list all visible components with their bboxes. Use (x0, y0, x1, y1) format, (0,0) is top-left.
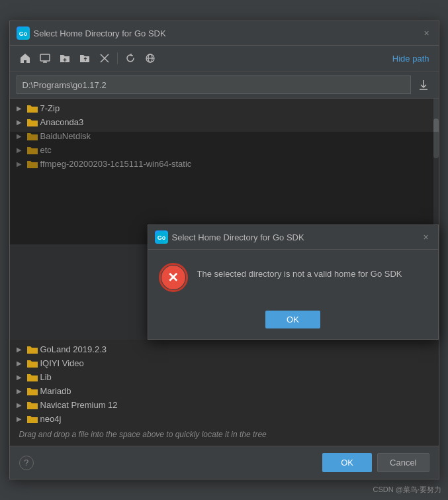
tree-arrow-neo4j: ▶ (17, 415, 24, 423)
path-bar (10, 72, 439, 99)
delete-button[interactable] (96, 50, 113, 67)
help-button[interactable]: ? (19, 456, 34, 470)
tree-item-navicat[interactable]: ▶ Navicat Premium 12 (10, 398, 439, 412)
folder-icon-navicat (27, 401, 38, 410)
tree-arrow-iqiyi: ▶ (17, 360, 24, 367)
tree-item-anaconda3[interactable]: ▶ Anaconda3 (10, 115, 439, 129)
refresh-button[interactable] (122, 50, 139, 67)
folder-icon-7zip (27, 104, 38, 113)
toolbar: Hide path (10, 46, 439, 72)
tree-item-mariadb[interactable]: ▶ Mariadb (10, 384, 439, 398)
tree-arrow-mariadb: ▶ (17, 387, 24, 395)
svg-text:Go: Go (19, 30, 27, 37)
error-dialog-title-left: Go Select Home Directory for Go SDK (155, 230, 304, 244)
hide-path-button[interactable]: Hide path (390, 52, 432, 65)
tree-item-iqiyi[interactable]: ▶ IQIYI Video (10, 356, 439, 370)
error-dialog: Go Select Home Directory for Go SDK × ✕ … (148, 225, 439, 340)
tree-item-goland[interactable]: ▶ GoLand 2019.2.3 (10, 342, 439, 356)
folder-icon-iqiyi (27, 359, 38, 368)
error-dialog-titlebar: Go Select Home Directory for Go SDK × (148, 225, 438, 250)
title-bar: Go Select Home Directory for Go SDK × (10, 21, 439, 46)
desktop-button[interactable] (36, 50, 54, 67)
file-tree-bottom: ▶ GoLand 2019.2.3 ▶ IQIYI Video ▶ Lib ▶ … (10, 340, 439, 446)
folder-icon-lib (27, 373, 38, 382)
watermark: CSDN @菜鸟·要努力 (373, 485, 441, 495)
svg-rect-2 (40, 54, 50, 61)
tree-label-mariadb: Mariadb (40, 386, 71, 396)
title-bar-left: Go Select Home Directory for Go SDK (17, 26, 166, 40)
network-button[interactable] (142, 50, 159, 67)
tree-item-lib[interactable]: ▶ Lib (10, 370, 439, 384)
modal-container: Go Select Home Directory for Go SDK × ✕ … (10, 244, 439, 340)
tree-label-7zip: 7-Zip (40, 103, 60, 113)
footer-buttons: OK Cancel (322, 453, 429, 472)
tree-label-lib: Lib (40, 372, 52, 382)
tree-label-anaconda3: Anaconda3 (40, 117, 84, 127)
error-dialog-close-button[interactable]: × (421, 232, 431, 242)
path-download-button[interactable] (415, 76, 432, 93)
drag-hint: Drag and drop a file into the space abov… (10, 426, 439, 443)
main-dialog: Go Select Home Directory for Go SDK × (9, 21, 439, 479)
tree-item-7zip[interactable]: ▶ 7-Zip (10, 101, 439, 115)
folder-icon-goland (27, 345, 38, 354)
tree-label-navicat: Navicat Premium 12 (40, 400, 118, 410)
error-icon-ring: ✕ (159, 263, 188, 292)
home-button[interactable] (17, 50, 34, 67)
ok-button[interactable]: OK (322, 453, 372, 472)
path-input[interactable] (17, 75, 411, 94)
tree-label-iqiyi: IQIYI Video (40, 358, 84, 368)
tree-arrow-anaconda3: ▶ (17, 119, 24, 126)
folder-icon-mariadb (27, 387, 38, 396)
app-icon: Go (17, 26, 30, 40)
main-footer: ? OK Cancel (10, 446, 439, 479)
tree-label-neo4j: neo4j (40, 414, 62, 424)
tree-arrow-7zip: ▶ (17, 105, 24, 112)
error-dialog-ok-button[interactable]: OK (265, 311, 320, 328)
error-dialog-title: Select Home Directory for Go SDK (172, 232, 304, 242)
tree-arrow-lib: ▶ (17, 374, 24, 381)
tree-item-neo4j[interactable]: ▶ neo4j (10, 412, 439, 426)
cancel-button[interactable]: Cancel (377, 453, 429, 472)
error-icon: ✕ (161, 266, 185, 289)
tree-label-goland: GoLand 2019.2.3 (40, 344, 107, 354)
error-dialog-app-icon: Go (155, 230, 168, 244)
main-close-button[interactable]: × (422, 28, 432, 38)
toolbar-separator (117, 52, 118, 64)
error-message: The selected directory is not a valid ho… (197, 263, 427, 280)
folder-icon-anaconda3 (27, 118, 38, 127)
error-dialog-footer: OK (148, 305, 438, 339)
tree-arrow-goland: ▶ (17, 346, 24, 353)
tree-arrow-navicat: ▶ (17, 401, 24, 409)
error-dialog-body: ✕ The selected directory is not a valid … (148, 250, 438, 305)
folder-icon-neo4j (27, 415, 38, 424)
svg-text:Go: Go (157, 234, 165, 241)
new-folder-button[interactable] (56, 50, 73, 67)
upload-button[interactable] (76, 50, 93, 67)
main-dialog-title: Select Home Directory for Go SDK (34, 28, 166, 38)
